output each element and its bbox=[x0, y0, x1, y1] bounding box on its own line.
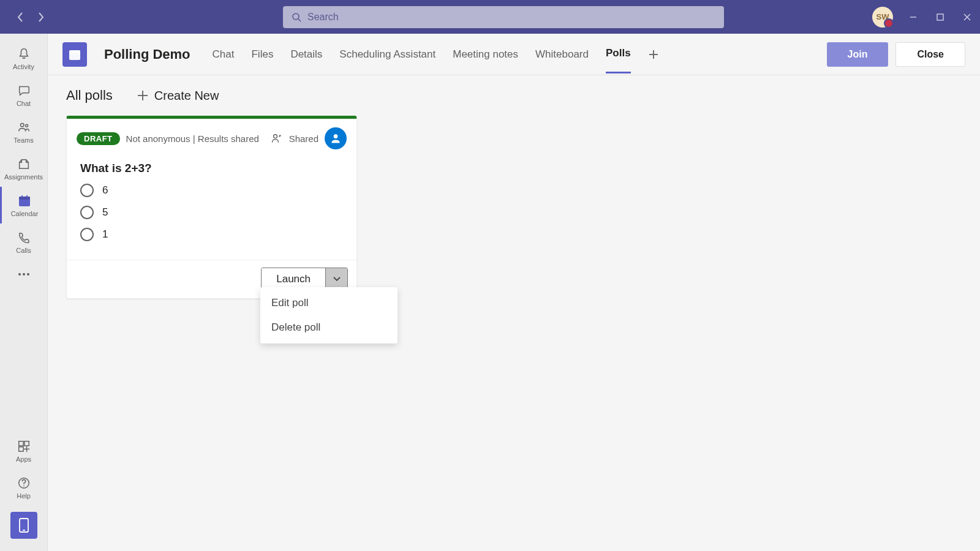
phone-icon bbox=[16, 230, 32, 246]
radio-icon bbox=[80, 206, 94, 219]
back-button[interactable] bbox=[11, 8, 29, 26]
tab-files[interactable]: Files bbox=[251, 36, 273, 73]
radio-icon bbox=[80, 228, 94, 241]
launch-dropdown-menu: Edit poll Delete poll bbox=[260, 287, 398, 343]
poll-option[interactable]: 5 bbox=[80, 206, 343, 219]
poll-option[interactable]: 6 bbox=[80, 184, 343, 197]
svg-point-6 bbox=[20, 124, 24, 127]
bell-icon bbox=[16, 46, 32, 62]
rail-label: Assignments bbox=[4, 173, 43, 181]
tab-bar: Polling Demo Chat Files Details Scheduli… bbox=[48, 34, 980, 75]
tab-whiteboard[interactable]: Whiteboard bbox=[535, 36, 589, 73]
poll-owner-avatar[interactable] bbox=[325, 127, 347, 149]
svg-rect-16 bbox=[24, 441, 28, 446]
assignments-icon bbox=[16, 156, 32, 172]
maximize-button[interactable] bbox=[933, 10, 947, 24]
poll-option[interactable]: 1 bbox=[80, 228, 343, 241]
svg-point-7 bbox=[25, 124, 28, 127]
svg-point-29 bbox=[334, 134, 338, 138]
create-new-button[interactable]: Create New bbox=[137, 89, 219, 103]
rail-more[interactable] bbox=[0, 260, 48, 288]
more-icon bbox=[16, 266, 32, 282]
add-tab-button[interactable] bbox=[648, 49, 659, 60]
rail-apps[interactable]: Apps bbox=[0, 432, 48, 469]
rail-help[interactable]: Help bbox=[0, 469, 48, 506]
minimize-button[interactable] bbox=[907, 10, 920, 24]
chevron-down-icon bbox=[333, 276, 341, 282]
rail-label: Calendar bbox=[11, 210, 39, 217]
person-icon bbox=[330, 132, 342, 144]
search-box[interactable] bbox=[283, 6, 724, 28]
avatar[interactable]: SW bbox=[872, 7, 893, 28]
rail-label: Help bbox=[17, 492, 31, 500]
rail-calls[interactable]: Calls bbox=[0, 223, 48, 260]
chat-icon bbox=[16, 83, 32, 99]
svg-point-13 bbox=[23, 273, 25, 276]
rail-label: Activity bbox=[13, 63, 34, 70]
apps-icon bbox=[16, 438, 32, 454]
plus-icon bbox=[137, 90, 148, 101]
close-button[interactable]: Close bbox=[895, 42, 965, 67]
poll-question: What is 2+3? bbox=[67, 156, 356, 184]
join-button[interactable]: Join bbox=[827, 42, 889, 67]
svg-point-14 bbox=[27, 273, 29, 276]
svg-point-12 bbox=[18, 273, 21, 276]
svg-rect-3 bbox=[937, 14, 943, 20]
svg-rect-9 bbox=[19, 197, 30, 200]
rail-assignments[interactable]: Assignments bbox=[0, 150, 48, 187]
shared-icon bbox=[271, 132, 283, 144]
search-input[interactable] bbox=[307, 12, 715, 23]
svg-line-1 bbox=[298, 19, 301, 21]
help-icon bbox=[16, 475, 32, 491]
svg-rect-17 bbox=[18, 447, 23, 451]
meeting-title: Polling Demo bbox=[104, 47, 190, 62]
rail-calendar[interactable]: Calendar bbox=[0, 187, 48, 223]
svg-point-19 bbox=[23, 485, 24, 487]
rail-chat[interactable]: Chat bbox=[0, 77, 48, 113]
svg-point-28 bbox=[273, 135, 277, 138]
draft-badge: DRAFT bbox=[77, 132, 120, 145]
polls-title: All polls bbox=[66, 88, 113, 103]
tab-polls[interactable]: Polls bbox=[606, 35, 631, 73]
meeting-icon bbox=[62, 42, 87, 67]
create-new-label: Create New bbox=[154, 89, 219, 103]
titlebar: SW bbox=[0, 0, 980, 34]
tab-details[interactable]: Details bbox=[290, 36, 322, 73]
option-text: 5 bbox=[102, 206, 108, 219]
dropdown-edit-poll[interactable]: Edit poll bbox=[260, 291, 398, 315]
option-text: 6 bbox=[102, 184, 108, 197]
svg-point-0 bbox=[293, 13, 299, 20]
rail-mobile-app[interactable] bbox=[10, 512, 37, 539]
rail-label: Chat bbox=[17, 100, 31, 107]
search-icon bbox=[292, 12, 301, 22]
rail-label: Teams bbox=[13, 137, 33, 144]
rail-label: Apps bbox=[16, 455, 31, 463]
shared-label: Shared bbox=[289, 133, 318, 144]
poll-card: DRAFT Not anonymous | Results shared Sha… bbox=[66, 116, 357, 299]
teams-icon bbox=[16, 119, 32, 135]
close-window-button[interactable] bbox=[960, 10, 974, 24]
tab-meeting-notes[interactable]: Meeting notes bbox=[453, 36, 518, 73]
app-rail: Activity Chat Teams Assignments Calendar bbox=[0, 34, 48, 551]
poll-meta: Not anonymous | Results shared bbox=[126, 133, 259, 144]
rail-label: Calls bbox=[16, 247, 31, 254]
forward-button[interactable] bbox=[32, 8, 50, 26]
rail-activity[interactable]: Activity bbox=[0, 40, 48, 77]
dropdown-delete-poll[interactable]: Delete poll bbox=[260, 315, 398, 340]
tab-chat[interactable]: Chat bbox=[213, 36, 235, 73]
rail-teams[interactable]: Teams bbox=[0, 113, 48, 150]
radio-icon bbox=[80, 184, 94, 197]
svg-rect-15 bbox=[18, 441, 23, 446]
mobile-icon bbox=[18, 517, 29, 533]
tab-scheduling-assistant[interactable]: Scheduling Assistant bbox=[339, 36, 435, 73]
calendar-icon bbox=[17, 193, 32, 209]
svg-rect-23 bbox=[69, 50, 80, 53]
option-text: 1 bbox=[102, 228, 108, 241]
